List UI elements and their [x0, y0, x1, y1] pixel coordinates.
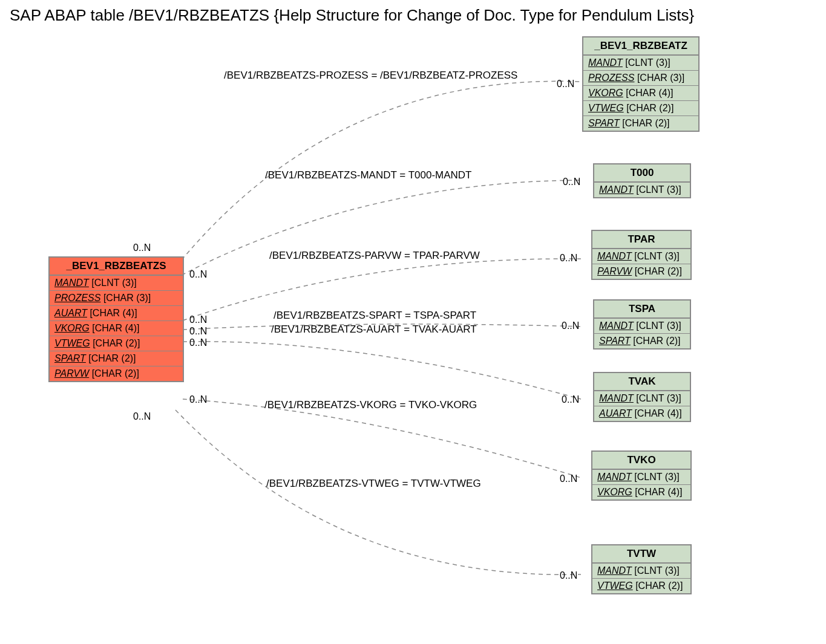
field-type: [CHAR (4)] [626, 88, 673, 98]
field-name: MANDT [599, 393, 634, 403]
field-type: [CHAR (4)] [92, 323, 139, 333]
field-type: [CHAR (2)] [633, 336, 680, 346]
entity-header: T000 [594, 164, 690, 183]
cardinality-label: 0..N [133, 242, 151, 253]
field-name: PROZESS [588, 73, 634, 83]
field-type: [CLNT (3)] [634, 251, 679, 261]
entity-field: SPART [CHAR (2)] [594, 334, 690, 348]
entity-field: PROZESS [CHAR (3)] [583, 71, 698, 86]
rel-label: /BEV1/RBZBEATZS-VTWEG = TVTW-VTWEG [266, 478, 481, 490]
entity-field: MANDT [CLNT (3)] [50, 276, 183, 291]
rel-label: /BEV1/RBZBEATZS-MANDT = T000-MANDT [265, 169, 472, 181]
entity-field: PARVW [CHAR (2)] [50, 366, 183, 381]
field-type: [CHAR (4)] [90, 308, 137, 318]
entity-field: MANDT [CLNT (3)] [594, 391, 690, 406]
entity-t000: T000 MANDT [CLNT (3)] [593, 163, 691, 198]
field-name: VTWEG [54, 338, 90, 348]
field-name: VKORG [597, 487, 632, 497]
entity-field: VTWEG [CHAR (2)] [50, 336, 183, 351]
field-name: VTWEG [597, 581, 633, 591]
field-type: [CHAR (2)] [92, 368, 139, 379]
entity-main: _BEV1_RBZBEATZS MANDT [CLNT (3)] PROZESS… [48, 256, 184, 382]
entity-header: TVAK [594, 373, 690, 391]
field-type: [CLNT (3)] [636, 393, 681, 403]
entity-field: VTWEG [CHAR (2)] [583, 101, 698, 116]
field-type: [CLNT (3)] [634, 565, 679, 576]
entity-tpar: TPAR MANDT [CLNT (3)] PARVW [CHAR (2)] [591, 230, 692, 280]
entity-field: VKORG [CHAR (4)] [50, 321, 183, 336]
field-name: SPART [588, 118, 620, 128]
entity-tvak: TVAK MANDT [CLNT (3)] AUART [CHAR (4)] [593, 372, 691, 422]
field-type: [CLNT (3)] [636, 184, 681, 195]
entity-field: VKORG [CHAR (4)] [583, 86, 698, 101]
entity-field: MANDT [CLNT (3)] [592, 470, 690, 485]
field-name: SPART [54, 353, 86, 363]
entity-field: SPART [CHAR (2)] [50, 351, 183, 366]
entity-field: SPART [CHAR (2)] [583, 116, 698, 131]
field-type: [CHAR (4)] [635, 487, 682, 497]
field-type: [CHAR (2)] [635, 266, 682, 276]
rel-label: /BEV1/RBZBEATZS-SPART = TSPA-SPART [274, 310, 476, 322]
rel-label: /BEV1/RBZBEATZS-PROZESS = /BEV1/RBZBEATZ… [224, 70, 517, 82]
cardinality-label: 0..N [189, 269, 207, 280]
entity-field: PARVW [CHAR (2)] [592, 264, 690, 279]
cardinality-label: 0..N [189, 394, 207, 405]
field-name: MANDT [599, 184, 634, 195]
field-name: AUART [54, 308, 87, 318]
rel-label: /BEV1/RBZBEATZS-AUART = TVAK-AUART [271, 324, 477, 336]
rel-label: /BEV1/RBZBEATZS-PARVW = TPAR-PARVW [269, 250, 480, 262]
field-type: [CHAR (3)] [103, 293, 151, 303]
field-type: [CLNT (3)] [634, 472, 679, 482]
entity-header: _BEV1_RBZBEATZ [583, 37, 698, 56]
field-type: [CLNT (3)] [91, 278, 136, 288]
field-name: AUART [599, 408, 632, 418]
field-type: [CHAR (3)] [637, 73, 684, 83]
field-name: PROZESS [54, 293, 100, 303]
field-type: [CHAR (2)] [635, 581, 683, 591]
field-name: PARVW [54, 368, 89, 379]
entity-bev1-rbzbeatz: _BEV1_RBZBEATZ MANDT [CLNT (3)] PROZESS … [582, 36, 700, 132]
cardinality-label: 0..N [133, 411, 151, 422]
cardinality-label: 0..N [189, 337, 207, 348]
entity-field: AUART [CHAR (4)] [50, 306, 183, 321]
field-name: VTWEG [588, 103, 624, 113]
field-name: VKORG [54, 323, 90, 333]
field-type: [CLNT (3)] [625, 57, 670, 68]
field-name: SPART [599, 336, 631, 346]
field-name: MANDT [597, 472, 632, 482]
cardinality-label: 0..N [560, 473, 577, 484]
field-type: [CHAR (2)] [88, 353, 136, 363]
field-type: [CHAR (4)] [634, 408, 681, 418]
rel-label: /BEV1/RBZBEATZS-VKORG = TVKO-VKORG [264, 399, 477, 411]
field-name: MANDT [597, 565, 632, 576]
field-name: MANDT [588, 57, 623, 68]
entity-header: _BEV1_RBZBEATZS [50, 258, 183, 276]
entity-field: MANDT [CLNT (3)] [583, 56, 698, 71]
cardinality-label: 0..N [189, 326, 207, 337]
field-type: [CLNT (3)] [636, 320, 681, 331]
entity-field: MANDT [CLNT (3)] [592, 564, 690, 579]
entity-tvtw: TVTW MANDT [CLNT (3)] VTWEG [CHAR (2)] [591, 544, 692, 594]
entity-field: AUART [CHAR (4)] [594, 406, 690, 421]
field-name: MANDT [54, 278, 89, 288]
page-title: SAP ABAP table /BEV1/RBZBEATZS {Help Str… [0, 0, 826, 25]
entity-field: VTWEG [CHAR (2)] [592, 579, 690, 593]
entity-header: TVTW [592, 545, 690, 564]
cardinality-label: 0..N [560, 570, 577, 581]
field-type: [CHAR (2)] [93, 338, 140, 348]
field-type: [CHAR (2)] [626, 103, 674, 113]
entity-header: TSPA [594, 301, 690, 319]
field-name: PARVW [597, 266, 632, 276]
entity-header: TPAR [592, 231, 690, 249]
cardinality-label: 0..N [189, 314, 207, 325]
entity-field: PROZESS [CHAR (3)] [50, 291, 183, 306]
field-name: MANDT [599, 320, 634, 331]
cardinality-label: 0..N [560, 253, 577, 264]
cardinality-label: 0..N [557, 79, 574, 89]
entity-field: VKORG [CHAR (4)] [592, 485, 690, 499]
field-name: MANDT [597, 251, 632, 261]
entity-field: MANDT [CLNT (3)] [594, 319, 690, 334]
entity-field: MANDT [CLNT (3)] [592, 249, 690, 264]
entity-field: MANDT [CLNT (3)] [594, 183, 690, 197]
cardinality-label: 0..N [562, 394, 579, 405]
